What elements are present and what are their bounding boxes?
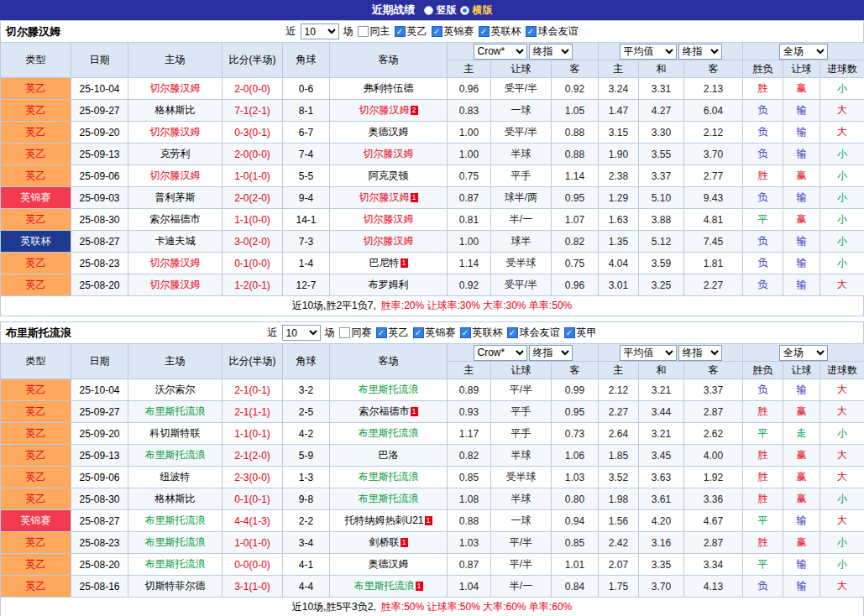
- away-team-link[interactable]: 布里斯托流浪: [359, 384, 419, 395]
- asia-odds-source-select[interactable]: Crow*: [474, 44, 527, 60]
- euro-sub-header-0: 主: [599, 60, 639, 78]
- euro-draw-odds: 3.45: [639, 445, 684, 467]
- red-card-badge: 1: [411, 193, 418, 202]
- page-title: 近期战绩: [372, 3, 416, 18]
- home-team-link[interactable]: 切尔滕汉姆: [150, 279, 201, 290]
- result-handicap: 输: [783, 100, 820, 122]
- scope-select[interactable]: 全场: [779, 345, 828, 361]
- asia-odds-source-select[interactable]: Crow*: [474, 345, 527, 361]
- away-team-link[interactable]: 布里斯托流浪: [359, 493, 419, 504]
- euro-home-odds: 1.98: [599, 488, 639, 510]
- away-team-link[interactable]: 弗利特伍德: [364, 82, 414, 94]
- filter-checkbox-英联杯[interactable]: ✓英联杯: [460, 326, 503, 340]
- asia-away-odds: 0.94: [552, 510, 599, 532]
- away-team-link[interactable]: 切尔滕汉姆: [364, 213, 414, 225]
- euro-odds-stage-select[interactable]: 终指: [678, 44, 722, 60]
- away-team-link[interactable]: 奥德汉姆: [369, 558, 409, 570]
- home-team-link[interactable]: 格林斯比: [155, 493, 196, 504]
- filter-checkbox-英锦赛[interactable]: ✓英锦赛: [432, 24, 474, 39]
- filter-checkbox-同赛[interactable]: 同赛: [339, 326, 372, 340]
- league-cell: 英乙: [1, 100, 71, 122]
- away-team-link[interactable]: 布罗姆利: [369, 279, 409, 290]
- result-wdl: 负: [743, 122, 783, 144]
- asia-home-odds: 0.83: [448, 100, 491, 122]
- home-team-link[interactable]: 纽波特: [160, 471, 191, 483]
- away-team-link[interactable]: 索尔福德市: [359, 405, 410, 417]
- home-cell: 沃尔索尔: [128, 379, 223, 401]
- home-team-link[interactable]: 布里斯托流浪: [145, 405, 206, 417]
- filter-checkbox-英甲[interactable]: ✓英甲: [564, 326, 597, 340]
- away-team-link[interactable]: 布里斯托流浪: [354, 580, 415, 592]
- away-cell: 切尔滕汉姆1: [330, 187, 448, 209]
- asia-odds-stage-select[interactable]: 终指: [529, 345, 573, 361]
- col-type-header: 类型: [1, 344, 71, 379]
- home-team-link[interactable]: 科切斯特联: [150, 427, 201, 439]
- away-cell: 切尔滕汉姆2: [330, 100, 448, 122]
- home-team-link[interactable]: 卡迪夫城: [155, 235, 196, 247]
- asia-away-odds: 1.06: [552, 445, 599, 467]
- filter-checkbox-球会友谊[interactable]: ✓球会友谊: [526, 24, 579, 39]
- date-cell: 25-09-20: [71, 423, 128, 445]
- radio-horizontal-layout[interactable]: [460, 6, 469, 15]
- asia-away-odds: 0.92: [552, 78, 599, 100]
- date-cell: 25-08-30: [71, 209, 128, 231]
- home-team-link[interactable]: 克劳利: [160, 148, 191, 159]
- home-team-link[interactable]: 布里斯托流浪: [145, 558, 206, 570]
- asia-handicap: 一球: [491, 510, 552, 532]
- home-team-link[interactable]: 切尔滕汉姆: [150, 170, 201, 181]
- euro-home-odds: 3.24: [599, 78, 639, 100]
- home-team-link[interactable]: 索尔福德市: [150, 213, 201, 225]
- away-team-link[interactable]: 切尔滕汉姆: [359, 191, 410, 203]
- home-team-link[interactable]: 沃尔索尔: [155, 384, 196, 395]
- result-handicap: 赢: [783, 165, 820, 187]
- league-cell: 英乙: [1, 274, 71, 296]
- away-team-link[interactable]: 阿克灵顿: [369, 170, 409, 181]
- away-team-link[interactable]: 布里斯托流浪: [359, 427, 419, 439]
- asia-away-odds: 0.73: [552, 423, 599, 445]
- checked-checkbox-icon: ✓: [460, 327, 471, 338]
- home-cell: 格林斯比: [128, 488, 223, 510]
- radio-vertical-label[interactable]: 竖版: [437, 3, 457, 18]
- home-team-link[interactable]: 布里斯托流浪: [145, 449, 206, 461]
- asia-away-odds: 0.96: [552, 274, 599, 296]
- away-team-link[interactable]: 切尔滕汉姆: [364, 235, 414, 247]
- filter-checkbox-英锦赛[interactable]: ✓英锦赛: [413, 326, 456, 340]
- euro-odds-source-select[interactable]: 平均值: [620, 345, 677, 361]
- radio-horizontal-label[interactable]: 横版: [473, 3, 493, 18]
- filter-checkbox-英乙[interactable]: ✓英乙: [376, 326, 409, 340]
- col-date-header: 日期: [71, 43, 128, 78]
- euro-odds-stage-select[interactable]: 终指: [678, 345, 722, 361]
- filter-checkbox-球会友谊[interactable]: ✓球会友谊: [507, 326, 560, 340]
- home-cell: 科切斯特联: [128, 423, 223, 445]
- recent-count-select[interactable]: 10: [282, 325, 321, 341]
- filter-checkbox-同主[interactable]: 同主: [358, 24, 390, 39]
- asia-odds-stage-select[interactable]: 终指: [529, 44, 573, 60]
- radio-vertical-layout[interactable]: [424, 6, 433, 15]
- scope-select[interactable]: 全场: [779, 44, 828, 60]
- asia-odds-header: Crow*终指: [448, 43, 599, 60]
- away-team-link[interactable]: 切尔滕汉姆: [364, 148, 414, 159]
- home-team-link[interactable]: 切尔滕汉姆: [150, 257, 201, 269]
- result-handicap: 输: [783, 187, 820, 209]
- away-team-link[interactable]: 布里斯托流浪: [359, 471, 419, 483]
- filter-checkbox-英乙[interactable]: ✓英乙: [395, 24, 427, 39]
- filter-checkbox-英联杯[interactable]: ✓英联杯: [479, 24, 521, 39]
- home-team-link[interactable]: 格林斯比: [155, 104, 196, 116]
- away-team-link[interactable]: 托特纳姆热刺U21: [344, 514, 423, 526]
- away-team-link[interactable]: 巴洛: [379, 449, 399, 461]
- home-team-link[interactable]: 布里斯托流浪: [145, 514, 206, 526]
- home-team-link[interactable]: 切尔滕汉姆: [150, 82, 201, 94]
- away-team-link[interactable]: 切尔滕汉姆: [359, 104, 410, 116]
- home-team-link[interactable]: 布里斯托流浪: [145, 536, 206, 548]
- away-team-link[interactable]: 剑桥联: [369, 536, 400, 548]
- home-team-link[interactable]: 切尔滕汉姆: [150, 126, 201, 138]
- home-team-link[interactable]: 切斯特菲尔德: [145, 580, 206, 592]
- away-team-link[interactable]: 奥德汉姆: [369, 126, 409, 138]
- home-team-link[interactable]: 普利茅斯: [155, 191, 196, 203]
- euro-odds-source-select[interactable]: 平均值: [620, 44, 677, 60]
- result-handicap: 赢: [783, 78, 820, 100]
- recent-count-select[interactable]: 10: [301, 23, 339, 39]
- date-cell: 25-09-13: [71, 445, 128, 467]
- away-team-link[interactable]: 巴尼特: [369, 257, 400, 269]
- home-cell: 切尔滕汉姆: [128, 165, 223, 187]
